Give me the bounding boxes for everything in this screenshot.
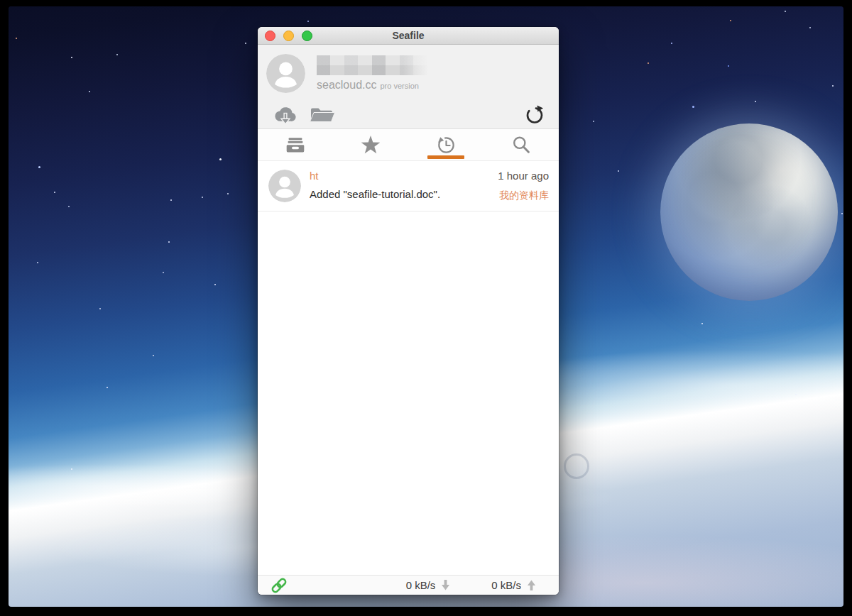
tab-search[interactable] [484,129,559,160]
traffic-lights [265,27,312,44]
download-rate: 0 kB/s [406,579,452,591]
person-icon [266,54,305,93]
activity-message: Added "seafile-tutorial.doc". [310,186,467,202]
arrow-up-icon [525,579,537,591]
history-icon [435,134,457,155]
toolbar [258,101,559,128]
minimize-button[interactable] [283,31,294,41]
tab-libraries[interactable] [258,129,333,160]
status-bar: 0 kB/s 0 kB/s [258,575,559,595]
refresh-icon [525,105,545,125]
account-header: seacloud.ccpro version [258,45,559,129]
search-icon [511,135,532,155]
link-icon[interactable] [271,577,288,594]
upload-rate: 0 kB/s [491,579,537,591]
tab-activities[interactable] [408,129,484,160]
activity-time: 1 hour ago [498,170,549,182]
activity-user: ht [310,170,498,182]
activity-list: ht 1 hour ago Added "seafile-tutorial.do… [258,161,559,575]
close-button[interactable] [265,31,275,41]
title-bar[interactable]: Seafile [258,27,559,45]
open-folder-icon [308,104,337,126]
download-sync-button[interactable] [272,104,299,126]
server-line: seacloud.ccpro version [317,79,427,92]
account-avatar [266,54,305,93]
star-icon [360,134,381,155]
arrow-down-icon [439,579,452,591]
activity-content: ht 1 hour ago Added "seafile-tutorial.do… [310,170,549,202]
activity-library-link[interactable]: 我的资料库 [499,189,549,202]
account-info: seacloud.ccpro version [317,55,427,92]
active-tab-indicator [427,155,464,159]
wallpaper-ring [564,453,589,479]
account-button[interactable]: seacloud.ccpro version [258,45,559,101]
zoom-button[interactable] [302,31,312,41]
upload-rate-value: 0 kB/s [491,579,521,591]
tab-bar [258,129,559,161]
refresh-button[interactable] [525,105,545,125]
server-edition: pro version [381,82,419,90]
censored-username [317,55,427,75]
server-address: seacloud.cc [317,79,377,91]
download-rate-value: 0 kB/s [406,579,436,591]
cloud-download-icon [272,104,299,126]
activity-row[interactable]: ht 1 hour ago Added "seafile-tutorial.do… [258,161,559,211]
person-icon [268,170,301,202]
open-folder-button[interactable] [308,104,337,126]
seafile-window: Seafile seacloud.ccpro version [258,27,559,595]
tab-starred[interactable] [333,129,408,160]
activity-avatar [268,170,301,202]
library-drawer-icon [285,136,305,155]
moon [660,123,838,301]
